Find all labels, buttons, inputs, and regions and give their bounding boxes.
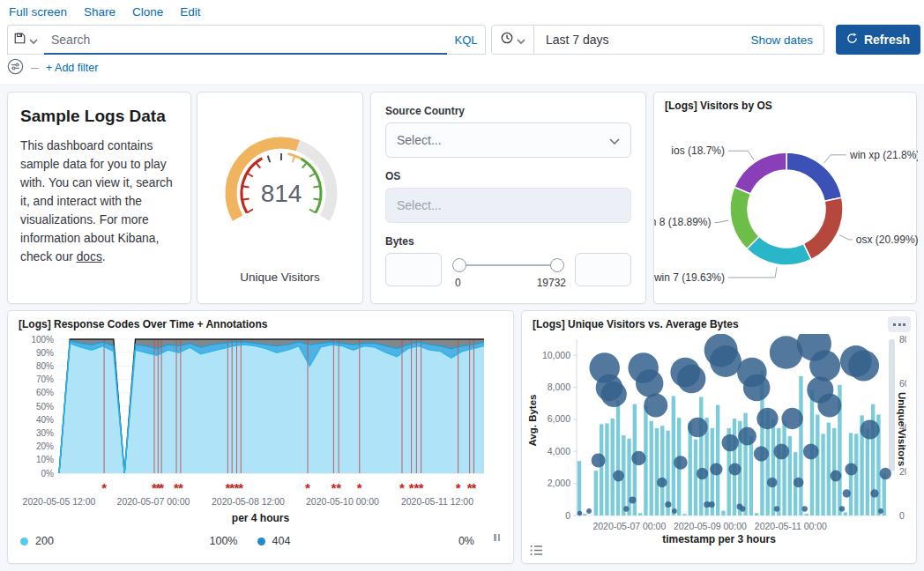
bar-bubble-chart[interactable]: 02,0004,0006,0008,00010,0000204060802020… [533,334,906,535]
legend-value-200: 100% [210,535,257,547]
panel-unique-visitors-gauge: 814 Unique Visitors [197,92,363,304]
svg-text:10%: 10% [36,455,54,464]
svg-text:2020-05-11 00:00: 2020-05-11 00:00 [755,521,827,531]
clone-link[interactable]: Clone [132,5,163,19]
legend-item-404[interactable]: 404 0% [257,535,495,547]
source-country-label: Source Country [385,105,631,117]
svg-text:2020-05-08 12:00: 2020-05-08 12:00 [212,496,285,507]
markdown-suffix: . [102,250,106,263]
show-dates-link[interactable]: Show dates [750,33,823,47]
svg-text:win xp (21.8%): win xp (21.8%) [849,149,918,161]
legend-item-200[interactable]: 200 100% [20,535,257,547]
svg-text:*: * [357,480,362,495]
add-filter-link[interactable]: + Add filter [46,62,98,74]
legend-collapse-icon[interactable] [494,534,501,541]
bytes-max-input[interactable] [575,253,631,286]
legend-value-404: 0% [458,535,494,547]
svg-text:4,000: 4,000 [548,446,570,456]
filter-bar: + Add filter [7,56,98,79]
svg-text:2020-05-07 00:00: 2020-05-07 00:00 [117,496,190,507]
donut-chart[interactable]: win xp (21.8%)osx (20.99%)win 7 (19.63%)… [654,112,918,301]
time-picker-quick-button[interactable] [492,26,534,54]
bubble-x-axis-title: timestamp per 3 hours [522,533,916,545]
bytes-range-slider: 0 19732 [451,253,566,292]
svg-text:0: 0 [565,510,570,521]
svg-text:*: * [305,480,310,495]
os-select[interactable]: Select... [385,188,631,223]
svg-text:2020-05-11 12:00: 2020-05-11 12:00 [401,496,473,507]
chevron-down-icon [29,32,38,48]
panel-visitors-by-os: [Logs] Visitors by OS win xp (21.8%)osx … [653,92,917,304]
svg-text:80%: 80% [36,361,54,371]
docs-link[interactable]: docs [77,250,102,263]
panel-controls: Source Country Select... OS Select... By… [370,92,646,304]
left-axis-title: Avg. Bytes [527,385,538,456]
time-range-value[interactable]: Last 7 days [534,33,750,47]
legend-toggle-icon[interactable] [530,544,543,560]
svg-text:50%: 50% [36,402,54,412]
gauge-label: Unique Visitors [197,271,362,284]
svg-text:*: * [101,480,107,495]
legend-dot-200 [20,538,28,545]
markdown-body: This dashboard contains sample data for … [20,137,178,266]
query-bar: KQL Last 7 days Show dates Refresh [7,25,920,55]
source-country-select[interactable]: Select... [385,122,631,158]
svg-text:90%: 90% [36,348,54,358]
saved-query-button[interactable] [7,25,44,55]
os-placeholder: Select... [397,198,442,212]
gauge-chart[interactable]: 814 [206,119,356,251]
slider-min-value: 0 [455,277,461,289]
legend-label-404: 404 [272,535,291,547]
svg-text:*: * [399,480,405,495]
right-axis-title: Unique Visitors [897,385,907,473]
refresh-button[interactable]: Refresh [836,25,920,55]
legend-label-200: 200 [35,535,54,547]
svg-text:70%: 70% [36,374,54,384]
dashboard-grid: Sample Logs Data This dashboard contains… [0,84,924,571]
svg-text:2020-05-05 12:00: 2020-05-05 12:00 [23,496,96,507]
share-link[interactable]: Share [84,5,116,19]
filter-icon[interactable] [7,58,24,78]
svg-text:*: * [336,480,341,495]
bytes-min-input[interactable] [385,253,442,286]
svg-text:ios (18.7%): ios (18.7%) [671,145,725,157]
svg-text:6,000: 6,000 [548,413,570,424]
svg-text:8,000: 8,000 [548,382,570,392]
svg-text:20%: 20% [36,441,54,451]
os-label: OS [385,170,631,182]
svg-text:30%: 30% [36,428,54,438]
full-screen-link[interactable]: Full screen [9,5,67,19]
svg-text:*: * [419,480,424,495]
slider-handle-max[interactable] [550,258,564,272]
svg-text:win 8 (18.89%): win 8 (18.89%) [654,216,712,228]
slider-max-value: 19732 [537,277,566,289]
slider-handle-min[interactable] [452,258,466,272]
svg-text:0%: 0% [41,469,55,478]
chevron-down-icon [609,133,620,147]
search-input[interactable] [44,25,447,55]
clock-icon [501,32,513,48]
pie-panel-title: [Logs] Visitors by OS [665,100,772,112]
edit-link[interactable]: Edit [180,5,200,19]
svg-text:80: 80 [899,334,906,345]
slider-track [459,264,557,266]
panel-options-button[interactable] [888,316,911,332]
legend-dot-404 [257,538,265,545]
svg-text:osx (20.99%): osx (20.99%) [856,234,918,246]
svg-text:win 7 (19.63%): win 7 (19.63%) [654,271,725,284]
svg-text:0: 0 [899,510,905,521]
svg-text:2020-05-07 00:00: 2020-05-07 00:00 [592,521,666,531]
panel-sample-logs-data: Sample Logs Data This dashboard contains… [7,92,191,304]
markdown-text: This dashboard contains sample data for … [20,139,173,263]
area-chart[interactable]: 100%90%80%70%60%50%40%30%20%10%0%*******… [17,334,504,510]
area-legend: 200 100% 404 0% [20,535,501,547]
panel-visitors-vs-bytes: [Logs] Unique Visitors vs. Average Bytes… [521,310,917,564]
svg-text:60%: 60% [36,388,54,397]
toolbar: Full screen Share Clone Edit [9,0,201,23]
time-picker: Last 7 days Show dates [491,25,824,55]
svg-text:814: 814 [261,180,302,207]
query-language-button[interactable]: KQL [447,25,486,55]
markdown-title: Sample Logs Data [20,107,178,126]
svg-text:2020-05-10 00:00: 2020-05-10 00:00 [306,496,379,507]
svg-text:*: * [456,480,461,495]
